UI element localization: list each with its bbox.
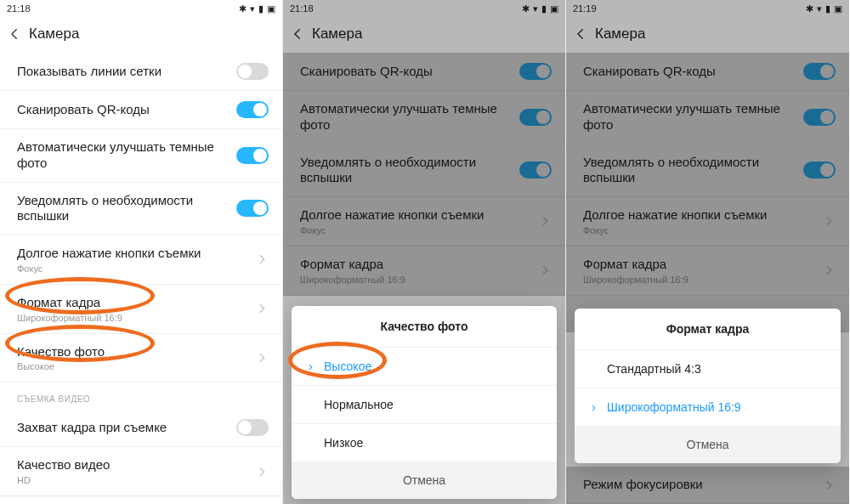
option-label: Стандартный 4:3 [607, 362, 701, 376]
option-label: Низкое [324, 436, 363, 450]
row-label: Качество видео [17, 457, 110, 473]
chevron-right-icon [255, 465, 269, 479]
row-sublabel: Широкоформатный 16:9 [17, 313, 122, 323]
status-icons: ✱ ▾ ▮ ▣ [239, 4, 275, 14]
row-label: Уведомлять о необходимости вспышки [17, 193, 230, 225]
chevron-left-icon [7, 26, 22, 42]
row-label: Качество фото [17, 344, 105, 360]
row-label: Сканировать QR-коды [17, 102, 150, 118]
sheet-title: Формат кадра [575, 309, 841, 349]
bluetooth-icon: ✱ [239, 4, 246, 14]
cancel-button[interactable]: Отмена [292, 462, 557, 499]
row-flash[interactable]: Уведомлять о необходимости вспышки [0, 183, 282, 236]
option-high[interactable]: › Высокое [292, 347, 557, 385]
chevron-right-icon [255, 302, 269, 315]
row-capture-frame[interactable]: Захват кадра при съемке [0, 409, 282, 447]
option-normal[interactable]: › Нормальное [292, 385, 557, 423]
signal-icon: ▮ [258, 4, 264, 14]
option-16-9[interactable]: › Широкоформатный 16:9 [575, 388, 841, 426]
row-longpress[interactable]: Долгое нажатие кнопки съемки Фокус [0, 235, 282, 285]
status-bar: 21:18 ✱ ▾ ▮ ▣ [0, 0, 282, 15]
chevron-right-icon [255, 252, 269, 266]
row-label: Формат кадра [17, 295, 122, 311]
check-icon: › [309, 360, 319, 373]
back-button[interactable] [5, 25, 24, 43]
option-label: Широкоформатный 16:9 [607, 400, 741, 414]
screenshot-2: 21:18 ✱ ▾ ▮ ▣ Камера Сканировать QR-коды [283, 0, 566, 504]
row-qr[interactable]: Сканировать QR-коды [0, 91, 282, 129]
check-icon: › [592, 400, 602, 414]
toggle-enhance[interactable] [236, 147, 269, 164]
option-low[interactable]: › Низкое [292, 423, 557, 462]
option-4-3[interactable]: › Стандартный 4:3 [575, 349, 841, 388]
screenshot-3: 21:19 ✱ ▾ ▮ ▣ Камера Сканировать QR-коды [566, 0, 849, 504]
app-bar: Камера [0, 15, 282, 53]
screenshot-1: 21:18 ✱ ▾ ▮ ▣ Камера Показывать линии се… [0, 0, 283, 504]
row-aspect-ratio[interactable]: Формат кадра Широкоформатный 16:9 [0, 285, 282, 334]
status-time: 21:18 [7, 3, 31, 14]
toggle-qr[interactable] [236, 101, 269, 118]
sheet-photo-quality: Качество фото › Высокое › Нормальное › Н… [292, 306, 557, 499]
battery-icon: ▣ [267, 4, 275, 14]
row-label: Долгое нажатие кнопки съемки [17, 246, 201, 262]
row-label: Захват кадра при съемке [17, 420, 167, 436]
sheet-title: Качество фото [292, 306, 557, 347]
row-photo-quality[interactable]: Качество фото Высокое [0, 334, 282, 383]
row-label: Автоматически улучшать темные фото [17, 139, 230, 172]
row-grid-lines[interactable]: Показывать линии сетки [0, 53, 282, 91]
row-sublabel: Фокус [17, 263, 201, 274]
row-video-quality[interactable]: Качество видео HD [0, 447, 282, 496]
section-video: СЪЕМКА ВИДЕО [0, 382, 282, 409]
toggle-flash[interactable] [236, 200, 269, 217]
toggle-capture-frame[interactable] [236, 419, 269, 436]
row-sublabel: Высокое [17, 361, 105, 371]
sheet-aspect-ratio: Формат кадра › Стандартный 4:3 › Широкоф… [575, 309, 841, 463]
row-enhance[interactable]: Автоматически улучшать темные фото [0, 129, 282, 183]
chevron-right-icon [255, 351, 269, 365]
cancel-button[interactable]: Отмена [575, 426, 841, 463]
row-label: Показывать линии сетки [17, 64, 162, 80]
option-label: Высокое [324, 360, 371, 373]
row-sublabel: HD [17, 475, 110, 485]
toggle-grid[interactable] [236, 63, 269, 80]
option-label: Нормальное [324, 398, 394, 411]
wifi-icon: ▾ [250, 4, 255, 14]
page-title: Камера [29, 25, 79, 42]
